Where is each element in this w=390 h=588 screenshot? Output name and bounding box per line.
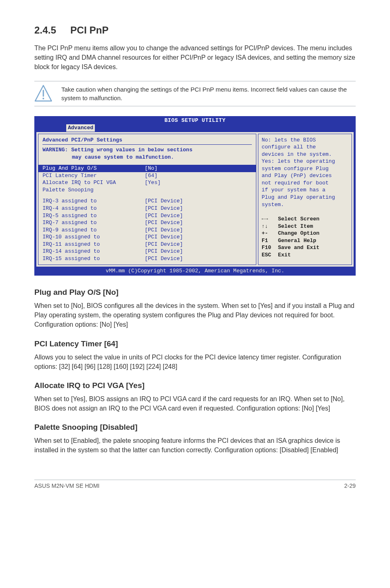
section-title: PCI PnP xyxy=(70,25,108,36)
bios-key-select-screen: ←→Select Screen xyxy=(262,215,348,223)
bios-item-irq7[interactable]: IRQ-7 assigned to[PCI Device] xyxy=(43,219,252,227)
caution-text: Take caution when changing the settings … xyxy=(61,85,356,102)
option-body-pci-latency: Allows you to select the value in units … xyxy=(34,352,356,371)
bios-item-plug-and-play[interactable]: Plug And Play O/S [No] xyxy=(38,165,256,172)
intro-paragraph: The PCI PnP menu items allow you to chan… xyxy=(34,43,356,72)
bios-key-change-option: +-Change Option xyxy=(262,230,348,237)
bios-item-palette-snooping[interactable]: Palette Snooping xyxy=(43,186,252,194)
option-head-plug-and-play: Plug and Play O/S [No] xyxy=(34,288,356,297)
bios-item-irq10[interactable]: IRQ-10 assigned to[PCI Device] xyxy=(43,233,252,241)
footer-page-number: 2-29 xyxy=(344,483,356,489)
footer-product: ASUS M2N-VM SE HDMI xyxy=(34,483,99,489)
bios-item-irq5[interactable]: IRQ-5 assigned to[PCI Device] xyxy=(43,212,252,220)
bios-key-save-exit: F10Save and Exit xyxy=(262,244,348,251)
bios-left-panel: Advanced PCI/PnP Settings WARNING: Setti… xyxy=(38,134,256,265)
bios-warning: WARNING: Setting wrong values in below s… xyxy=(43,146,252,161)
bios-item-irq15[interactable]: IRQ-15 assigned to[PCI Device] xyxy=(43,255,252,263)
bios-item-allocate-irq[interactable]: Allocate IRQ to PCI VGA [Yes] xyxy=(43,179,252,186)
alert-icon xyxy=(34,85,52,103)
bios-item-irq4[interactable]: IRQ-4 assigned to[PCI Device] xyxy=(43,205,252,212)
bios-item-pci-latency[interactable]: PCI Latency Timer [64] xyxy=(43,172,252,180)
caution-box: Take caution when changing the settings … xyxy=(34,81,356,106)
option-head-pci-latency: PCI Latency Timer [64] xyxy=(34,339,356,348)
svg-point-2 xyxy=(43,98,44,99)
page-footer: ASUS M2N-VM SE HDMI 2-29 xyxy=(34,480,356,489)
bios-help-panel: No: lets the BIOS configure all the devi… xyxy=(258,134,352,265)
option-body-allocate-irq: When set to [Yes], BIOS assigns an IRQ t… xyxy=(34,394,356,413)
bios-title: BIOS SETUP UTILITY xyxy=(34,116,356,125)
bios-item-irq14[interactable]: IRQ-14 assigned to[PCI Device] xyxy=(43,248,252,255)
bios-subheader: Advanced PCI/PnP Settings xyxy=(43,137,252,145)
bios-item-irq3[interactable]: IRQ-3 assigned to[PCI Device] xyxy=(43,197,252,205)
option-head-palette-snooping: Palette Snooping [Disabled] xyxy=(34,423,356,432)
option-body-plug-and-play: When set to [No], BIOS configures all th… xyxy=(34,301,356,330)
bios-copyright: vMM.mm (C)Copyright 1985-2002, American … xyxy=(34,267,356,276)
option-head-allocate-irq: Allocate IRQ to PCI VGA [Yes] xyxy=(34,381,356,390)
bios-key-select-item: ↑↓Select Item xyxy=(262,223,348,230)
bios-key-exit: ESCExit xyxy=(262,251,348,259)
bios-screenshot: BIOS SETUP UTILITY Advanced Advanced PCI… xyxy=(34,116,356,276)
bios-key-general-help: F1General Help xyxy=(262,237,348,245)
bios-tab-advanced[interactable]: Advanced xyxy=(66,124,95,132)
section-number: 2.4.5 xyxy=(34,25,56,36)
bios-body: Advanced PCI/PnP Settings WARNING: Setti… xyxy=(36,132,354,267)
bios-item-irq9[interactable]: IRQ-9 assigned to[PCI Device] xyxy=(43,227,252,234)
option-body-palette-snooping: When set to [Enabled], the palete snoopi… xyxy=(34,436,356,455)
bios-item-irq11[interactable]: IRQ-11 assigned to[PCI Device] xyxy=(43,241,252,248)
section-heading: 2.4.5 PCI PnP xyxy=(34,25,356,36)
